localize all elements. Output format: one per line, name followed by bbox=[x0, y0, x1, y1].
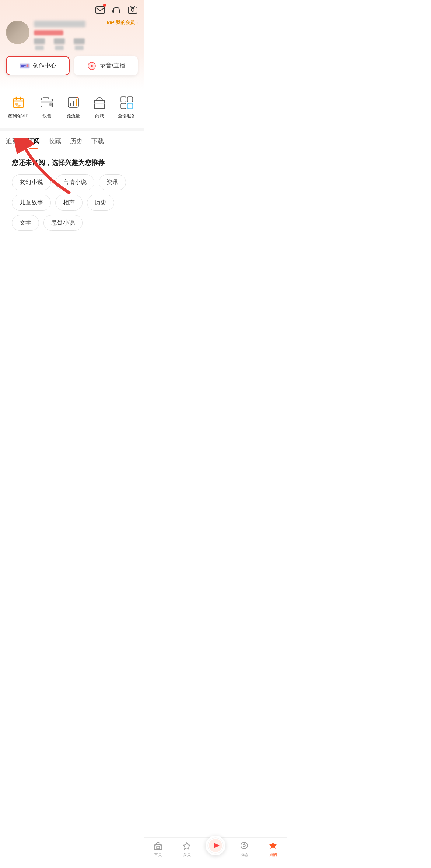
checkin-label: 签到领VIP bbox=[8, 113, 28, 119]
shop-icon bbox=[91, 95, 108, 111]
checkin-icon: VIP bbox=[10, 95, 27, 111]
shop-label: 商城 bbox=[95, 113, 104, 119]
svg-rect-23 bbox=[49, 103, 52, 106]
svg-rect-25 bbox=[70, 103, 71, 106]
svg-rect-2 bbox=[119, 10, 120, 13]
vip-text: 我的会员 bbox=[116, 19, 135, 26]
svg-text:VIP: VIP bbox=[16, 105, 21, 108]
svg-rect-9 bbox=[21, 66, 24, 67]
tag-wenxue[interactable]: 文学 bbox=[12, 215, 39, 231]
svg-rect-31 bbox=[121, 97, 126, 102]
mail-badge bbox=[103, 4, 106, 7]
service-shop[interactable]: 商城 bbox=[91, 95, 108, 119]
chevron-icon: › bbox=[136, 20, 138, 25]
headset-icon[interactable] bbox=[111, 4, 122, 15]
stat-item-0 bbox=[34, 38, 45, 50]
tag-yanqingxiaoshuo[interactable]: 言情小说 bbox=[55, 174, 94, 190]
empty-title: 您还未订阅，选择兴趣为您推荐 bbox=[12, 158, 132, 167]
mail-icon[interactable] bbox=[95, 4, 105, 15]
recording-live-button[interactable]: 录音/直播 bbox=[74, 56, 138, 75]
svg-rect-33 bbox=[121, 103, 126, 109]
section-divider bbox=[0, 128, 144, 131]
services-grid: VIP 签到领VIP 钱包 bbox=[0, 92, 144, 122]
stats-row bbox=[34, 38, 138, 50]
vip-label: VIP bbox=[106, 20, 114, 25]
tabs-row: 追更 订阅 收藏 历史 下载 bbox=[6, 131, 138, 149]
svg-rect-29 bbox=[94, 100, 105, 109]
service-wallet[interactable]: 钱包 bbox=[39, 95, 55, 119]
tab-updates[interactable]: 追更 bbox=[6, 137, 18, 149]
tag-lishi[interactable]: 历史 bbox=[87, 195, 114, 211]
stat-item-1 bbox=[54, 38, 65, 50]
freeflow-label: 免流量 bbox=[67, 113, 80, 119]
tag-xuanyixiaoshuo[interactable]: 悬疑小说 bbox=[43, 215, 83, 231]
profile-section: VIP 我的会员 › bbox=[0, 0, 144, 89]
camera-icon[interactable] bbox=[127, 4, 138, 15]
svg-rect-27 bbox=[76, 99, 77, 106]
wallet-label: 钱包 bbox=[42, 113, 51, 119]
svg-rect-0 bbox=[96, 7, 105, 13]
creation-center-button[interactable]: 创作中心 bbox=[6, 56, 70, 75]
svg-rect-3 bbox=[128, 7, 137, 13]
svg-rect-16 bbox=[13, 100, 24, 102]
allservices-label: 全部服务 bbox=[118, 113, 136, 119]
tab-subscriptions[interactable]: 订阅 bbox=[27, 137, 40, 149]
creation-icon bbox=[20, 62, 30, 70]
action-buttons: 创作中心 录音/直播 bbox=[6, 56, 138, 75]
tab-downloads[interactable]: 下载 bbox=[91, 137, 104, 149]
svg-rect-26 bbox=[73, 101, 74, 106]
service-allservices[interactable]: 全部服务 bbox=[118, 95, 136, 119]
svg-rect-10 bbox=[26, 64, 28, 67]
top-icons-row bbox=[6, 4, 138, 15]
svg-point-4 bbox=[131, 8, 134, 11]
svg-rect-32 bbox=[127, 97, 133, 102]
creation-center-label: 创作中心 bbox=[33, 62, 56, 70]
tab-history[interactable]: 历史 bbox=[70, 137, 83, 149]
recording-live-label: 录音/直播 bbox=[100, 62, 125, 70]
svg-rect-1 bbox=[112, 10, 114, 13]
wallet-icon bbox=[39, 95, 55, 111]
tag-zixun[interactable]: 资讯 bbox=[99, 174, 126, 190]
service-checkin[interactable]: VIP 签到领VIP bbox=[8, 95, 28, 119]
svg-rect-8 bbox=[21, 65, 25, 66]
service-freeflow[interactable]: 免流量 bbox=[65, 95, 81, 119]
recording-icon bbox=[87, 62, 97, 70]
tag-ertonggu[interactable]: 儿童故事 bbox=[12, 195, 51, 211]
stat-item-2 bbox=[74, 38, 85, 50]
empty-state: 您还未订阅，选择兴趣为您推荐 玄幻小说 言情小说 资讯 儿童故事 相声 历史 文… bbox=[6, 149, 138, 237]
interest-tags: 玄幻小说 言情小说 资讯 儿童故事 相声 历史 文学 悬疑小说 bbox=[12, 174, 132, 231]
username-blurred bbox=[34, 21, 85, 27]
allservices-icon bbox=[119, 95, 135, 111]
tab-favorites[interactable]: 收藏 bbox=[49, 137, 61, 149]
avatar[interactable] bbox=[6, 21, 29, 44]
tabs-section: 追更 订阅 收藏 历史 下载 您还未订阅，选择兴趣为您推荐 玄幻小说 言情小说 … bbox=[0, 131, 144, 237]
tag-xiangsheng[interactable]: 相声 bbox=[55, 195, 83, 211]
services-section: VIP 签到领VIP 钱包 bbox=[0, 89, 144, 128]
freeflow-icon bbox=[65, 95, 81, 111]
svg-rect-22 bbox=[41, 101, 53, 103]
tag-xuanhuanxiaoshuo[interactable]: 玄幻小说 bbox=[12, 174, 51, 190]
vip-member-link[interactable]: VIP 我的会员 › bbox=[106, 19, 138, 26]
user-subtitle-blurred bbox=[34, 30, 63, 35]
